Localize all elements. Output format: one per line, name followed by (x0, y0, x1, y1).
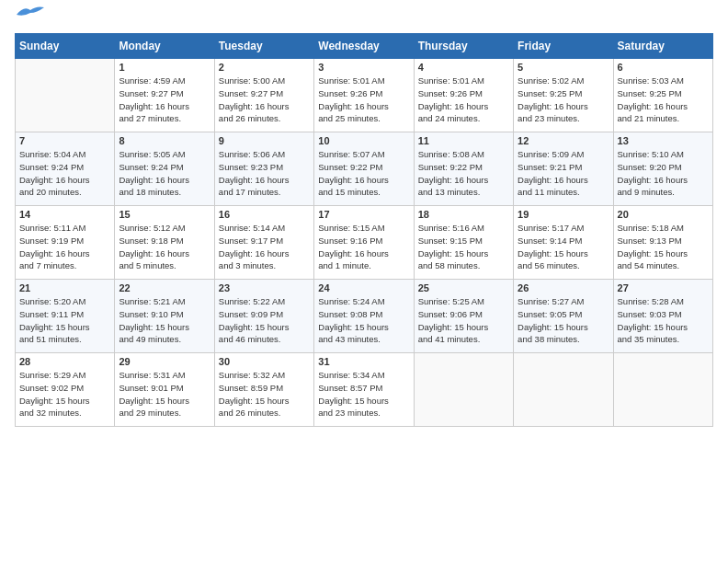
day-number: 2 (219, 62, 310, 73)
day-info: Sunrise: 5:05 AM Sunset: 9:24 PM Dayligh… (119, 148, 210, 199)
day-info: Sunrise: 5:02 AM Sunset: 9:25 PM Dayligh… (518, 75, 609, 125)
week-row-4: 21Sunrise: 5:20 AM Sunset: 9:11 PM Dayli… (16, 280, 713, 353)
day-info: Sunrise: 5:10 AM Sunset: 9:20 PM Dayligh… (618, 148, 709, 199)
calendar-cell: 28Sunrise: 5:29 AM Sunset: 9:02 PM Dayli… (16, 353, 115, 427)
day-number: 6 (618, 62, 709, 73)
calendar-header: SundayMondayTuesdayWednesdayThursdayFrid… (16, 34, 713, 59)
day-number: 29 (119, 356, 210, 367)
day-info: Sunrise: 5:06 AM Sunset: 9:23 PM Dayligh… (219, 148, 310, 199)
day-info: Sunrise: 5:15 AM Sunset: 9:16 PM Dayligh… (318, 222, 409, 272)
day-number: 31 (318, 356, 409, 367)
day-number: 9 (219, 135, 310, 146)
header-monday: Monday (115, 34, 214, 59)
day-number: 27 (618, 282, 709, 293)
calendar-cell: 9Sunrise: 5:06 AM Sunset: 9:23 PM Daylig… (214, 132, 313, 206)
calendar-cell: 4Sunrise: 5:01 AM Sunset: 9:26 PM Daylig… (414, 59, 513, 132)
calendar-cell: 5Sunrise: 5:02 AM Sunset: 9:25 PM Daylig… (514, 59, 613, 132)
day-header-row: SundayMondayTuesdayWednesdayThursdayFrid… (16, 34, 713, 59)
day-number: 26 (518, 282, 609, 293)
calendar-cell: 26Sunrise: 5:27 AM Sunset: 9:05 PM Dayli… (514, 280, 613, 353)
day-number: 12 (518, 135, 609, 146)
calendar-cell: 8Sunrise: 5:05 AM Sunset: 9:24 PM Daylig… (115, 132, 214, 206)
day-info: Sunrise: 5:00 AM Sunset: 9:27 PM Dayligh… (219, 75, 310, 125)
header-sunday: Sunday (16, 34, 115, 59)
header-wednesday: Wednesday (314, 34, 414, 59)
day-info: Sunrise: 5:12 AM Sunset: 9:18 PM Dayligh… (119, 222, 210, 272)
calendar-cell: 29Sunrise: 5:31 AM Sunset: 9:01 PM Dayli… (115, 353, 214, 427)
day-number: 22 (119, 282, 210, 293)
day-number: 28 (19, 356, 110, 367)
day-info: Sunrise: 5:29 AM Sunset: 9:02 PM Dayligh… (19, 369, 110, 419)
week-row-1: 1Sunrise: 4:59 AM Sunset: 9:27 PM Daylig… (16, 59, 713, 132)
calendar-cell: 17Sunrise: 5:15 AM Sunset: 9:16 PM Dayli… (314, 206, 414, 280)
day-number: 8 (119, 135, 210, 146)
calendar-cell: 15Sunrise: 5:12 AM Sunset: 9:18 PM Dayli… (115, 206, 214, 280)
calendar-cell: 24Sunrise: 5:24 AM Sunset: 9:08 PM Dayli… (314, 280, 414, 353)
day-info: Sunrise: 5:18 AM Sunset: 9:13 PM Dayligh… (618, 222, 709, 272)
calendar-cell: 27Sunrise: 5:28 AM Sunset: 9:03 PM Dayli… (613, 280, 712, 353)
day-number: 17 (318, 209, 409, 220)
day-number: 23 (219, 282, 310, 293)
calendar-cell: 13Sunrise: 5:10 AM Sunset: 9:20 PM Dayli… (613, 132, 712, 206)
calendar-cell: 21Sunrise: 5:20 AM Sunset: 9:11 PM Dayli… (16, 280, 115, 353)
day-info: Sunrise: 5:09 AM Sunset: 9:21 PM Dayligh… (518, 148, 609, 199)
day-info: Sunrise: 5:07 AM Sunset: 9:22 PM Dayligh… (318, 148, 409, 199)
calendar-cell (414, 353, 513, 427)
day-info: Sunrise: 5:17 AM Sunset: 9:14 PM Dayligh… (518, 222, 609, 272)
calendar-cell: 2Sunrise: 5:00 AM Sunset: 9:27 PM Daylig… (214, 59, 313, 132)
day-info: Sunrise: 5:27 AM Sunset: 9:05 PM Dayligh… (518, 295, 609, 346)
calendar-cell (514, 353, 613, 427)
day-number: 15 (119, 209, 210, 220)
header-thursday: Thursday (414, 34, 513, 59)
logo (15, 15, 44, 24)
logo-bird-icon (17, 6, 44, 24)
calendar-cell: 11Sunrise: 5:08 AM Sunset: 9:22 PM Dayli… (414, 132, 513, 206)
day-info: Sunrise: 5:04 AM Sunset: 9:24 PM Dayligh… (19, 148, 110, 199)
day-number: 25 (418, 282, 509, 293)
calendar-cell: 16Sunrise: 5:14 AM Sunset: 9:17 PM Dayli… (214, 206, 313, 280)
day-info: Sunrise: 5:08 AM Sunset: 9:22 PM Dayligh… (418, 148, 509, 199)
calendar-cell: 10Sunrise: 5:07 AM Sunset: 9:22 PM Dayli… (314, 132, 414, 206)
week-row-5: 28Sunrise: 5:29 AM Sunset: 9:02 PM Dayli… (16, 353, 713, 427)
calendar-cell: 6Sunrise: 5:03 AM Sunset: 9:25 PM Daylig… (613, 59, 712, 132)
day-number: 16 (219, 209, 310, 220)
day-info: Sunrise: 5:22 AM Sunset: 9:09 PM Dayligh… (219, 295, 310, 346)
calendar-body: 1Sunrise: 4:59 AM Sunset: 9:27 PM Daylig… (16, 59, 713, 427)
page-header (15, 15, 713, 24)
day-info: Sunrise: 5:34 AM Sunset: 8:57 PM Dayligh… (318, 369, 409, 419)
day-info: Sunrise: 5:32 AM Sunset: 8:59 PM Dayligh… (219, 369, 310, 419)
calendar-cell: 31Sunrise: 5:34 AM Sunset: 8:57 PM Dayli… (314, 353, 414, 427)
day-number: 3 (318, 62, 409, 73)
day-number: 1 (119, 62, 210, 73)
week-row-3: 14Sunrise: 5:11 AM Sunset: 9:19 PM Dayli… (16, 206, 713, 280)
calendar-cell (16, 59, 115, 132)
day-info: Sunrise: 5:14 AM Sunset: 9:17 PM Dayligh… (219, 222, 310, 272)
header-tuesday: Tuesday (214, 34, 313, 59)
header-friday: Friday (514, 34, 613, 59)
day-number: 7 (19, 135, 110, 146)
calendar-cell (613, 353, 712, 427)
day-info: Sunrise: 5:25 AM Sunset: 9:06 PM Dayligh… (418, 295, 509, 346)
day-info: Sunrise: 5:11 AM Sunset: 9:19 PM Dayligh… (19, 222, 110, 272)
calendar-cell: 14Sunrise: 5:11 AM Sunset: 9:19 PM Dayli… (16, 206, 115, 280)
calendar-table: SundayMondayTuesdayWednesdayThursdayFrid… (15, 33, 713, 427)
calendar-cell: 30Sunrise: 5:32 AM Sunset: 8:59 PM Dayli… (214, 353, 313, 427)
day-info: Sunrise: 5:31 AM Sunset: 9:01 PM Dayligh… (119, 369, 210, 419)
day-info: Sunrise: 4:59 AM Sunset: 9:27 PM Dayligh… (119, 75, 210, 125)
day-number: 11 (418, 135, 509, 146)
calendar-cell: 3Sunrise: 5:01 AM Sunset: 9:26 PM Daylig… (314, 59, 414, 132)
day-number: 5 (518, 62, 609, 73)
day-number: 30 (219, 356, 310, 367)
day-number: 21 (19, 282, 110, 293)
calendar-cell: 20Sunrise: 5:18 AM Sunset: 9:13 PM Dayli… (613, 206, 712, 280)
day-number: 14 (19, 209, 110, 220)
calendar-cell: 23Sunrise: 5:22 AM Sunset: 9:09 PM Dayli… (214, 280, 313, 353)
day-number: 24 (318, 282, 409, 293)
day-info: Sunrise: 5:16 AM Sunset: 9:15 PM Dayligh… (418, 222, 509, 272)
day-number: 10 (318, 135, 409, 146)
calendar-cell: 7Sunrise: 5:04 AM Sunset: 9:24 PM Daylig… (16, 132, 115, 206)
day-info: Sunrise: 5:20 AM Sunset: 9:11 PM Dayligh… (19, 295, 110, 346)
day-info: Sunrise: 5:01 AM Sunset: 9:26 PM Dayligh… (318, 75, 409, 125)
calendar-cell: 22Sunrise: 5:21 AM Sunset: 9:10 PM Dayli… (115, 280, 214, 353)
day-info: Sunrise: 5:21 AM Sunset: 9:10 PM Dayligh… (119, 295, 210, 346)
